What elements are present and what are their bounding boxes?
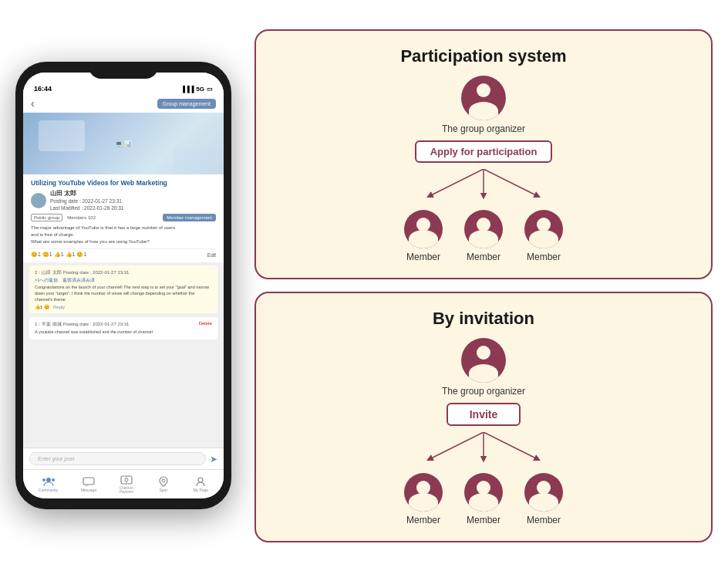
nav-item-community[interactable]: Community bbox=[39, 476, 58, 492]
signal-bars-icon: ▐▐▐ bbox=[180, 86, 194, 93]
nav-label-spot: Spot bbox=[160, 488, 167, 492]
nav-label-message: Message bbox=[81, 488, 96, 492]
bottom-member-1: Member bbox=[404, 473, 443, 525]
bottom-organizer-avatar bbox=[461, 338, 506, 383]
comment1-date: Posting date : 2022-01-27 23:31 bbox=[63, 270, 130, 275]
emoji-reaction: 😊1 😊1 👍1 👍1 😊1 bbox=[31, 252, 86, 258]
svg-line-10 bbox=[484, 169, 538, 196]
nav-item-mypage[interactable]: My Page bbox=[193, 476, 208, 492]
svg-point-7 bbox=[198, 478, 203, 482]
panel-invitation: By invitation The group organizer Invite bbox=[254, 292, 713, 542]
comment2-info: 1：平葉 南城 Posting date : 2022-01-27 23:31 bbox=[35, 321, 129, 328]
panel-bottom-content: The group organizer Invite bbox=[275, 338, 693, 525]
author-name: 山田 太郎 bbox=[50, 190, 123, 198]
bottom-member-3: Member bbox=[524, 473, 563, 525]
bottom-member-avatar-1 bbox=[404, 473, 443, 512]
post-input[interactable]: Enter your post bbox=[29, 452, 206, 465]
meta-row: Public group Members 102 Member manageme… bbox=[31, 214, 216, 221]
bottom-member-label-3: Member bbox=[527, 515, 561, 525]
last-modified: Last Modified : 2022-01-28 20:31 bbox=[50, 204, 123, 211]
edit-link[interactable]: Edit bbox=[207, 252, 216, 258]
delete-link[interactable]: Delete bbox=[199, 321, 212, 328]
post-body-line2: and is free of charge. bbox=[31, 232, 74, 237]
nav-label-checkin: Check-inPayment bbox=[120, 486, 133, 494]
svg-point-6 bbox=[162, 479, 165, 482]
comment1-body: Congratulations on the launch of your ch… bbox=[35, 285, 212, 302]
comment2-body: A youtube channel was established and th… bbox=[35, 329, 212, 336]
bottom-member-2: Member bbox=[464, 473, 503, 525]
top-member-3: Member bbox=[524, 210, 563, 262]
member-management-button[interactable]: Member management bbox=[163, 214, 216, 221]
phone-frame: 16:44 ▐▐▐ 5G ▭ ‹ Group management 💻 📊 bbox=[15, 62, 231, 509]
bottom-organizer-row: The group organizer bbox=[442, 338, 525, 397]
post-body-line1: The major advantage of YouTube is that i… bbox=[31, 225, 175, 230]
apply-box[interactable]: Apply for participation bbox=[415, 140, 553, 163]
status-time: 16:44 bbox=[34, 85, 52, 93]
bottom-member-label-2: Member bbox=[467, 515, 501, 525]
signal-type: 5G bbox=[196, 86, 204, 93]
battery-icon: ▭ bbox=[207, 86, 213, 93]
bottom-organizer-label: The group organizer bbox=[442, 386, 525, 397]
post-title: Utilizing YouTube Videos for Web Marketi… bbox=[31, 179, 216, 187]
comment1-like: 👍1 😊 bbox=[35, 304, 49, 309]
post-body: The major advantage of YouTube is that i… bbox=[31, 225, 216, 245]
svg-rect-3 bbox=[83, 478, 94, 485]
top-organizer-row: The group organizer bbox=[442, 76, 525, 134]
input-bar: Enter your post ➤ bbox=[23, 448, 224, 469]
mypage-icon bbox=[194, 476, 207, 487]
comment-2: 1：平葉 南城 Posting date : 2022-01-27 23:31 … bbox=[29, 317, 217, 340]
nav-item-message[interactable]: Message bbox=[81, 476, 96, 492]
svg-point-0 bbox=[46, 478, 51, 482]
svg-line-8 bbox=[430, 169, 484, 196]
hero-image: 💻 📊 bbox=[23, 113, 224, 174]
post-header: Utilizing YouTube Videos for Web Marketi… bbox=[23, 174, 224, 262]
top-member-2: Member bbox=[464, 210, 503, 262]
bottom-member-label-1: Member bbox=[406, 515, 440, 525]
comment-1: 2：山田 太郎 Posting date : 2022-01-27 23:31 … bbox=[29, 265, 217, 313]
comment1-actions: 👍1 😊 Reply bbox=[35, 304, 212, 309]
back-arrow-icon[interactable]: ‹ bbox=[31, 97, 35, 110]
spot-icon bbox=[157, 476, 170, 487]
comment1-ref: >1への返信 返答済み済み済 bbox=[35, 278, 212, 283]
message-icon bbox=[82, 476, 96, 487]
bottom-member-avatar-2 bbox=[464, 473, 503, 512]
nav-label-mypage: My Page bbox=[193, 488, 208, 492]
top-member-label-3: Member bbox=[527, 252, 561, 262]
top-member-label-1: Member bbox=[406, 252, 440, 262]
svg-point-1 bbox=[42, 478, 46, 481]
top-member-label-2: Member bbox=[467, 252, 501, 262]
author-avatar bbox=[31, 193, 46, 208]
top-member-avatar-2 bbox=[464, 210, 503, 248]
checkin-icon bbox=[120, 475, 133, 485]
phone-notch bbox=[89, 62, 158, 79]
nav-item-spot[interactable]: Spot bbox=[157, 476, 170, 492]
top-member-avatar-1 bbox=[404, 210, 443, 248]
panel-top-content: The group organizer Apply for participat… bbox=[275, 76, 693, 262]
svg-line-12 bbox=[430, 432, 484, 459]
invitation-arrows-svg bbox=[399, 432, 568, 467]
top-organizer-label: The group organizer bbox=[442, 123, 525, 134]
svg-line-14 bbox=[484, 432, 538, 459]
phone-wrapper: 16:44 ▐▐▐ 5G ▭ ‹ Group management 💻 📊 bbox=[15, 62, 231, 509]
status-right: ▐▐▐ 5G ▭ bbox=[180, 86, 213, 93]
reactions-row: 😊1 😊1 👍1 👍1 😊1 Edit bbox=[31, 248, 216, 258]
apply-label: Apply for participation bbox=[430, 146, 538, 157]
top-member-avatar-3 bbox=[524, 210, 563, 248]
comment1-reply-btn[interactable]: Reply bbox=[53, 305, 65, 309]
invite-box[interactable]: Invite bbox=[447, 403, 521, 426]
panels-container: Participation system The group organizer… bbox=[254, 29, 713, 542]
group-management-button[interactable]: Group management bbox=[157, 99, 216, 109]
panel-bottom-title: By invitation bbox=[433, 309, 534, 329]
main-container: 16:44 ▐▐▐ 5G ▭ ‹ Group management 💻 📊 bbox=[0, 0, 728, 571]
community-icon bbox=[42, 476, 56, 487]
top-members-row: Member Member Member bbox=[404, 210, 563, 262]
nav-item-checkin[interactable]: Check-inPayment bbox=[120, 475, 133, 494]
invite-label: Invite bbox=[470, 408, 498, 421]
bottom-nav: Community Message Check-inPayment bbox=[23, 469, 224, 498]
panel-top-title: Participation system bbox=[400, 46, 566, 66]
svg-point-5 bbox=[125, 478, 128, 481]
svg-point-2 bbox=[52, 478, 55, 481]
comment2-date: Posting date : 2022-01-27 23:31 bbox=[63, 322, 130, 326]
send-button-icon[interactable]: ➤ bbox=[210, 454, 217, 465]
comment1-header: 2：山田 太郎 Posting date : 2022-01-27 23:31 bbox=[35, 269, 212, 276]
